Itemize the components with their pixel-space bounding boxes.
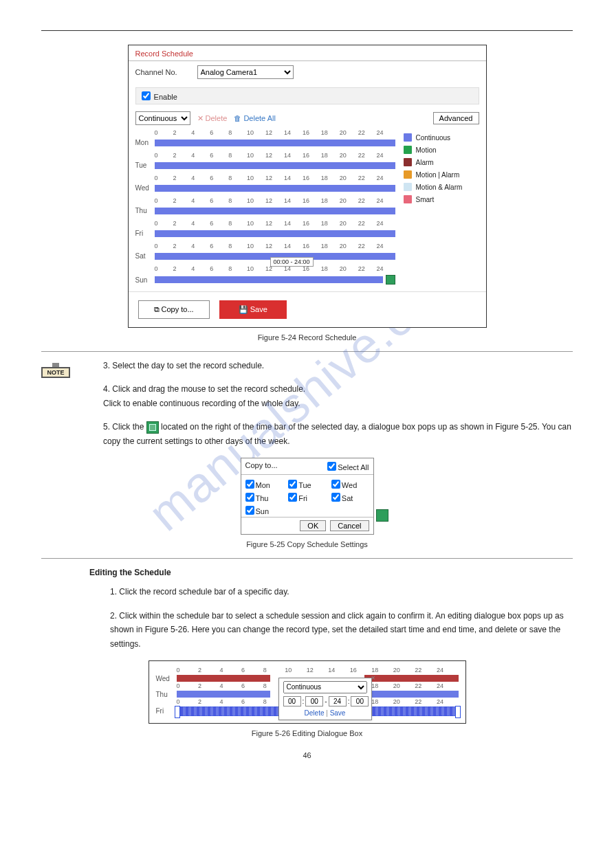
legend-swatch bbox=[404, 195, 412, 203]
enable-checkbox-label[interactable]: Enable bbox=[142, 93, 177, 101]
edit-step-1: 1. Click the record schedule bar of a sp… bbox=[110, 585, 573, 599]
copy-day-checkbox[interactable]: Fri bbox=[288, 492, 326, 502]
legend-label: Continuous bbox=[416, 134, 451, 142]
legend-item: Motion bbox=[404, 146, 479, 154]
day-label: Sun bbox=[135, 276, 155, 284]
copy-cancel-button[interactable]: Cancel bbox=[330, 520, 369, 531]
schedule-bar[interactable] bbox=[155, 230, 395, 237]
copy-day-checkbox[interactable]: Thu bbox=[245, 492, 283, 502]
edit-dialog-figure: 024681012141618202224 Wed 02468101214161… bbox=[149, 660, 466, 724]
time-to-hour[interactable] bbox=[329, 696, 347, 706]
day-row: Mon bbox=[135, 139, 395, 146]
edit-step-2: 2. Click within the schedule bar to sele… bbox=[110, 609, 573, 651]
advanced-button[interactable]: Advanced bbox=[433, 112, 479, 124]
time-from-min[interactable] bbox=[305, 696, 323, 706]
select-all-checkbox[interactable]: Select All bbox=[327, 461, 369, 471]
day-row: Sun bbox=[135, 275, 395, 285]
legend-swatch bbox=[404, 158, 412, 166]
note-icon: NOTE bbox=[41, 363, 70, 378]
day-label: Tue bbox=[135, 162, 155, 169]
legend-item: Motion | Alarm bbox=[404, 170, 479, 179]
copy-day-checkbox[interactable]: Sat bbox=[331, 492, 369, 502]
legend-item: Continuous bbox=[404, 133, 479, 142]
hour-axis: 024681012141618202224 bbox=[177, 667, 459, 674]
schedule-bar[interactable] bbox=[155, 162, 395, 169]
delete-all-button[interactable]: 🗑 Delete All bbox=[234, 114, 276, 122]
close-icon[interactable]: × bbox=[371, 674, 375, 682]
time-from-hour[interactable] bbox=[283, 696, 301, 706]
legend-item: Motion & Alarm bbox=[404, 183, 479, 191]
divider bbox=[41, 351, 573, 352]
schedule-bar[interactable] bbox=[155, 185, 395, 192]
copy-day-checkbox[interactable]: Tue bbox=[288, 479, 326, 489]
trash-icon: 🗑 bbox=[234, 114, 241, 122]
copy-to-dialog: Copy to... Select All MonTueWedThuFriSat… bbox=[241, 458, 374, 535]
legend-label: Motion & Alarm bbox=[416, 183, 463, 191]
day-label: Thu bbox=[156, 691, 177, 698]
step-4: 4. Click and drag the mouse to set the r… bbox=[103, 382, 573, 410]
copy-to-button[interactable]: ⧉ Copy to... bbox=[138, 300, 210, 319]
legend-swatch bbox=[404, 133, 412, 142]
copy-day-checkbox[interactable]: Wed bbox=[331, 479, 369, 489]
time-to-min[interactable] bbox=[351, 696, 369, 706]
record-schedule-panel: Record Schedule Channel No. Analog Camer… bbox=[128, 45, 487, 328]
header-rule bbox=[41, 30, 573, 31]
editing-schedule-heading: Editing the Schedule bbox=[89, 566, 573, 579]
popover-mode-select[interactable]: Continuous bbox=[283, 681, 367, 693]
save-icon: 💾 bbox=[239, 305, 250, 313]
popover-delete-link[interactable]: Delete bbox=[305, 709, 325, 717]
copy-icon: ⧉ bbox=[154, 305, 162, 313]
legend-label: Motion bbox=[416, 146, 437, 154]
day-row: Fri bbox=[135, 230, 395, 237]
channel-no-label: Channel No. bbox=[135, 68, 197, 76]
enable-checkbox[interactable] bbox=[142, 91, 151, 100]
day-label: Mon bbox=[135, 139, 155, 146]
copy-days-grid: MonTueWedThuFriSatSun bbox=[241, 475, 373, 517]
time-tooltip: 00:00 - 24:00 bbox=[270, 257, 314, 267]
copy-day-icon bbox=[146, 421, 159, 434]
enable-bar: Enable bbox=[135, 87, 479, 104]
day-label: Fri bbox=[156, 707, 177, 715]
popover-save-link[interactable]: Save bbox=[330, 709, 346, 717]
legend: ContinuousMotionAlarmMotion | AlarmMotio… bbox=[395, 129, 479, 285]
figure-caption-25: Figure 5-25 Copy Schedule Settings bbox=[41, 540, 573, 548]
copy-day-checkbox[interactable]: Sun bbox=[245, 505, 283, 515]
channel-no-select[interactable]: Analog Camera1 bbox=[197, 65, 294, 79]
day-row: Tue bbox=[135, 162, 395, 169]
step-3: 3. Select the day to set the record sche… bbox=[103, 359, 573, 372]
day-row: Wed bbox=[135, 184, 395, 192]
day-row: Sat bbox=[135, 252, 395, 260]
panel-title: Record Schedule bbox=[129, 45, 486, 61]
copy-day-icon[interactable] bbox=[386, 275, 395, 285]
save-button[interactable]: 💾 Save bbox=[219, 300, 287, 319]
hour-axis: 024681012141618202224 bbox=[155, 129, 395, 136]
divider bbox=[41, 558, 573, 559]
delete-button[interactable]: ✕ Delete bbox=[197, 114, 228, 123]
day-label: Thu bbox=[135, 207, 155, 214]
copy-ok-button[interactable]: OK bbox=[300, 520, 326, 531]
figure-caption-26: Figure 5-26 Editing Dialogue Box bbox=[41, 729, 573, 737]
day-row: Thu bbox=[135, 207, 395, 214]
edit-popover: × Continuous : - : Delete | Save bbox=[278, 678, 372, 720]
schedule-bar[interactable] bbox=[155, 276, 383, 283]
page-number: 46 bbox=[41, 751, 573, 759]
legend-item: Smart bbox=[404, 195, 479, 203]
day-label: Sat bbox=[135, 252, 155, 260]
copy-day-checkbox[interactable]: Mon bbox=[245, 479, 283, 489]
legend-label: Motion | Alarm bbox=[416, 171, 460, 179]
step-5: 5. Click the located on the right of the… bbox=[103, 420, 573, 448]
legend-label: Smart bbox=[416, 196, 435, 203]
legend-swatch bbox=[404, 170, 412, 179]
legend-swatch bbox=[404, 146, 412, 154]
figure-caption-24: Figure 5-24 Record Schedule bbox=[41, 333, 573, 342]
copy-day-icon bbox=[376, 509, 388, 522]
day-label: Fri bbox=[135, 230, 155, 237]
schedule-grid[interactable]: 024681012141618202224 Mon024681012141618… bbox=[135, 129, 395, 285]
copy-dialog-title: Copy to... bbox=[245, 461, 278, 471]
schedule-bar[interactable] bbox=[155, 140, 395, 146]
legend-label: Alarm bbox=[416, 159, 434, 166]
legend-item: Alarm bbox=[404, 158, 479, 166]
schedule-bar[interactable] bbox=[155, 208, 395, 214]
record-mode-select[interactable]: Continuous bbox=[135, 111, 190, 125]
day-label: Wed bbox=[156, 675, 177, 682]
